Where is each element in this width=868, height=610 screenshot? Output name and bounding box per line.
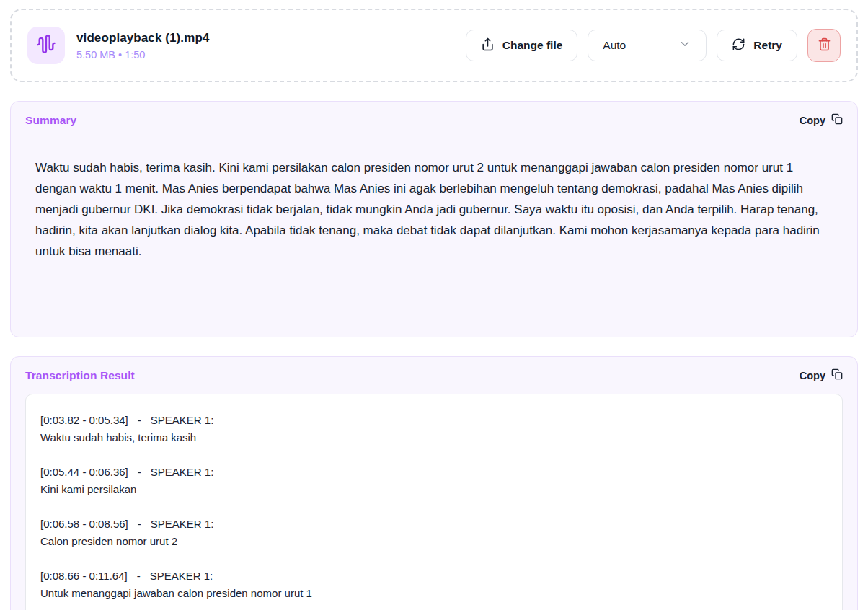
transcript-entry: [0:05.44 - 0:06.36] - SPEAKER 1: Kini ka… bbox=[40, 464, 828, 498]
entry-text: Calon presiden nomor urut 2 bbox=[40, 533, 828, 549]
transcription-copy-button[interactable]: Copy bbox=[800, 368, 843, 382]
entry-text: Untuk menanggapi jawaban calon presiden … bbox=[40, 585, 828, 601]
entry-timestamp: [0:06.58 - 0:08.56] bbox=[40, 516, 128, 532]
retry-button[interactable]: Retry bbox=[717, 30, 797, 61]
summary-copy-button[interactable]: Copy bbox=[800, 113, 843, 127]
file-card: videoplayback (1).mp4 5.50 MB • 1:50 Cha… bbox=[10, 9, 858, 82]
file-meta: 5.50 MB • 1:50 bbox=[76, 49, 209, 61]
chevron-down-icon bbox=[678, 37, 691, 53]
language-select-value: Auto bbox=[603, 39, 626, 52]
file-text: videoplayback (1).mp4 5.50 MB • 1:50 bbox=[76, 31, 209, 61]
entry-separator: - bbox=[138, 516, 141, 532]
change-file-label: Change file bbox=[502, 39, 563, 52]
audio-waveform-icon bbox=[36, 34, 56, 57]
entry-timestamp: [0:05.44 - 0:06.36] bbox=[40, 464, 128, 480]
entry-timestamp: [0:03.82 - 0:05.34] bbox=[40, 412, 128, 428]
page-root: videoplayback (1).mp4 5.50 MB • 1:50 Cha… bbox=[0, 0, 868, 610]
entry-separator: - bbox=[138, 464, 141, 480]
upload-icon bbox=[481, 37, 495, 54]
entry-text: Kini kami persilakan bbox=[40, 481, 828, 498]
summary-copy-label: Copy bbox=[800, 115, 825, 126]
summary-text: Waktu sudah habis, terima kasih. Kini ka… bbox=[35, 157, 833, 262]
audio-file-icon-box bbox=[27, 27, 65, 64]
entry-header: [0:08.66 - 0:11.64] - SPEAKER 1: bbox=[40, 567, 828, 584]
file-name: videoplayback (1).mp4 bbox=[76, 31, 209, 45]
copy-icon bbox=[831, 368, 843, 382]
summary-title: Summary bbox=[25, 114, 76, 127]
entry-text: Waktu sudah habis, terima kasih bbox=[40, 429, 828, 446]
file-info: videoplayback (1).mp4 5.50 MB • 1:50 bbox=[27, 27, 209, 64]
transcript-entry: [0:03.82 - 0:05.34] - SPEAKER 1: Waktu s… bbox=[40, 412, 828, 446]
entry-speaker: SPEAKER 1: bbox=[151, 516, 214, 532]
transcript-entry: [0:06.58 - 0:08.56] - SPEAKER 1: Calon p… bbox=[40, 516, 828, 549]
transcription-header: Transcription Result Copy bbox=[25, 368, 843, 382]
delete-file-button[interactable] bbox=[807, 29, 841, 62]
entry-separator: - bbox=[138, 412, 141, 428]
language-select[interactable]: Auto bbox=[588, 30, 707, 61]
refresh-icon bbox=[732, 37, 745, 54]
entry-separator: - bbox=[137, 567, 141, 584]
entry-timestamp: [0:08.66 - 0:11.64] bbox=[40, 567, 128, 584]
summary-section: Summary Copy Waktu sudah habis, terima k… bbox=[10, 101, 858, 337]
entry-speaker: SPEAKER 1: bbox=[150, 567, 213, 584]
transcript-entry: [0:08.66 - 0:11.64] - SPEAKER 1: Untuk m… bbox=[40, 567, 828, 601]
retry-label: Retry bbox=[753, 39, 782, 52]
change-file-button[interactable]: Change file bbox=[466, 30, 578, 61]
transcription-section: Transcription Result Copy [0:03.82 - 0:0… bbox=[10, 356, 858, 610]
entry-header: [0:05.44 - 0:06.36] - SPEAKER 1: bbox=[40, 464, 828, 480]
trash-icon bbox=[818, 37, 831, 53]
file-actions: Change file Auto bbox=[466, 29, 841, 62]
transcription-title: Transcription Result bbox=[25, 369, 135, 382]
entry-speaker: SPEAKER 1: bbox=[151, 412, 214, 428]
transcript-box: [0:03.82 - 0:05.34] - SPEAKER 1: Waktu s… bbox=[25, 394, 843, 610]
entry-speaker: SPEAKER 1: bbox=[151, 464, 214, 480]
transcription-copy-label: Copy bbox=[800, 370, 825, 381]
entry-header: [0:06.58 - 0:08.56] - SPEAKER 1: bbox=[40, 516, 828, 532]
copy-icon bbox=[831, 113, 843, 127]
summary-header: Summary Copy bbox=[25, 113, 843, 127]
entry-header: [0:03.82 - 0:05.34] - SPEAKER 1: bbox=[40, 412, 828, 428]
